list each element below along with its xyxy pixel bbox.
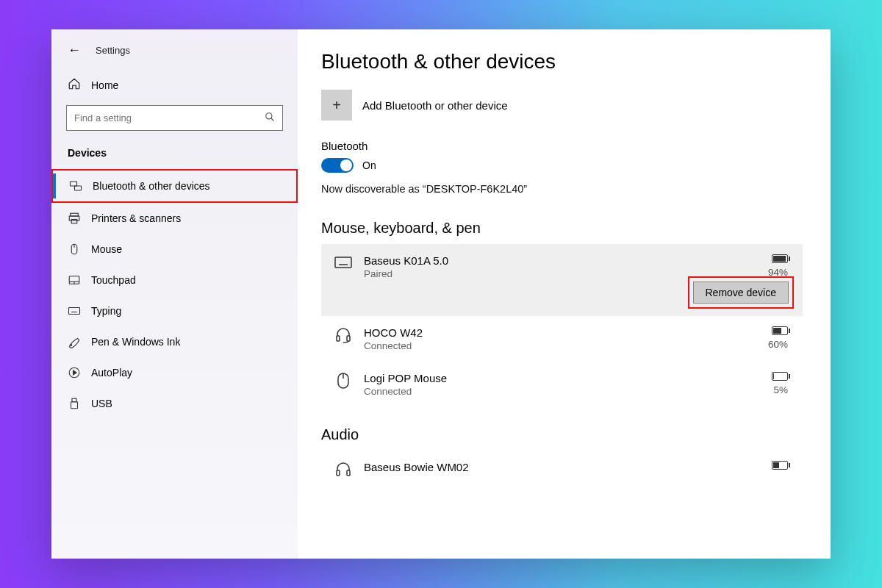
nav-item-label: Touchpad <box>91 274 136 286</box>
svg-rect-29 <box>337 336 340 341</box>
nav-item-bluetooth[interactable]: Bluetooth & other devices <box>51 169 298 203</box>
nav-item-touchpad[interactable]: Touchpad <box>51 265 298 295</box>
section-label: Devices <box>51 144 298 169</box>
nav-item-printers[interactable]: Printers & scanners <box>51 203 298 234</box>
device-battery: 94% <box>768 254 788 278</box>
battery-icon <box>772 372 788 381</box>
nav-item-label: Typing <box>91 305 121 317</box>
nav-item-typing[interactable]: Typing <box>51 295 298 326</box>
device-list-audio: Baseus Bowie WM02 <box>321 451 803 489</box>
device-status: Connected <box>364 340 756 351</box>
back-icon[interactable]: ← <box>68 43 81 58</box>
svg-rect-6 <box>71 220 77 223</box>
device-name: Logi POP Mouse <box>364 372 760 384</box>
add-device-label: Add Bluetooth or other device <box>362 99 508 112</box>
nav-home-label: Home <box>91 79 118 91</box>
battery-percent: 60% <box>768 339 788 350</box>
mouse-icon <box>68 243 81 256</box>
device-battery: 60% <box>768 326 788 350</box>
autoplay-icon <box>68 366 81 379</box>
group-title-mkp: Mouse, keyboard, & pen <box>321 220 803 237</box>
svg-point-18 <box>70 344 71 345</box>
touchpad-icon <box>68 273 81 287</box>
device-list-mkp: Baseus K01A 5.0 Paired 94% Remove device… <box>321 244 803 407</box>
settings-window: ← Settings Home Devices Bluetoo <box>51 29 831 559</box>
search-input[interactable] <box>74 112 265 123</box>
svg-marker-20 <box>74 370 77 375</box>
nav-item-usb[interactable]: USB <box>51 388 298 419</box>
device-row[interactable]: HOCO W42 Connected 60% <box>321 316 803 362</box>
keyboard-icon <box>68 304 81 318</box>
device-name: Baseus Bowie WM02 <box>364 461 760 473</box>
svg-rect-23 <box>335 257 351 268</box>
pen-icon <box>68 335 81 348</box>
device-name: Baseus K01A 5.0 <box>364 254 756 267</box>
main-content: Bluetooth & other devices + Add Bluetoot… <box>298 29 831 559</box>
svg-rect-33 <box>337 470 340 476</box>
search-container <box>51 105 298 144</box>
svg-rect-30 <box>347 336 350 341</box>
bluetooth-toggle-row: On <box>321 158 803 173</box>
svg-point-0 <box>266 113 272 119</box>
nav-home[interactable]: Home <box>51 71 298 105</box>
device-status: Connected <box>364 386 760 397</box>
nav-list: Bluetooth & other devices Printers & sca… <box>51 169 298 419</box>
nav-item-pen[interactable]: Pen & Windows Ink <box>51 326 298 357</box>
keyboard-icon <box>334 254 352 272</box>
svg-line-1 <box>271 118 274 121</box>
svg-rect-21 <box>72 398 76 402</box>
bluetooth-toggle[interactable] <box>321 158 354 173</box>
device-battery <box>772 461 788 473</box>
svg-rect-34 <box>347 470 350 476</box>
sidebar: ← Settings Home Devices Bluetoo <box>51 29 298 559</box>
nav-item-autoplay[interactable]: AutoPlay <box>51 357 298 388</box>
device-name: HOCO W42 <box>364 326 756 339</box>
device-row[interactable]: Baseus Bowie WM02 <box>321 451 803 489</box>
earbuds-icon <box>334 461 352 478</box>
usb-icon <box>68 397 81 410</box>
search-input-wrap[interactable] <box>66 105 283 131</box>
search-icon <box>265 112 275 124</box>
nav-item-label: Mouse <box>91 243 122 255</box>
remove-device-highlight: Remove device <box>688 276 795 309</box>
battery-icon <box>772 326 788 335</box>
svg-rect-2 <box>71 182 77 186</box>
add-device-button[interactable]: + Add Bluetooth or other device <box>321 90 803 121</box>
nav-item-label: Printers & scanners <box>91 212 181 224</box>
battery-icon <box>772 461 788 470</box>
nav-item-label: USB <box>91 398 112 409</box>
group-title-audio: Audio <box>321 426 803 443</box>
mouse-icon <box>334 372 352 390</box>
headset-icon <box>334 326 352 344</box>
svg-rect-12 <box>69 308 80 315</box>
battery-icon <box>772 254 788 263</box>
device-row[interactable]: Baseus K01A 5.0 Paired 94% Remove device <box>321 244 803 316</box>
sidebar-header: ← Settings <box>51 38 298 71</box>
printer-icon <box>68 212 81 225</box>
home-icon <box>68 77 81 93</box>
nav-item-mouse[interactable]: Mouse <box>51 234 298 265</box>
discoverable-text: Now discoverable as “DESKTOP-F6K2L40” <box>321 183 803 195</box>
svg-rect-5 <box>69 216 79 220</box>
device-battery: 5% <box>772 372 788 395</box>
bluetooth-label: Bluetooth <box>321 140 803 152</box>
nav-item-label: AutoPlay <box>91 367 132 379</box>
bluetooth-toggle-state: On <box>362 159 376 171</box>
nav-item-label: Pen & Windows Ink <box>91 336 180 348</box>
remove-device-button[interactable]: Remove device <box>693 282 789 304</box>
bluetooth-devices-icon <box>69 179 82 193</box>
svg-rect-22 <box>71 402 78 409</box>
device-row[interactable]: Logi POP Mouse Connected 5% <box>321 362 803 407</box>
page-title: Bluetooth & other devices <box>321 50 803 74</box>
nav-item-label: Bluetooth & other devices <box>93 180 210 192</box>
battery-percent: 5% <box>773 384 788 395</box>
svg-rect-3 <box>75 186 82 190</box>
app-title: Settings <box>96 45 130 56</box>
plus-icon: + <box>321 90 352 121</box>
